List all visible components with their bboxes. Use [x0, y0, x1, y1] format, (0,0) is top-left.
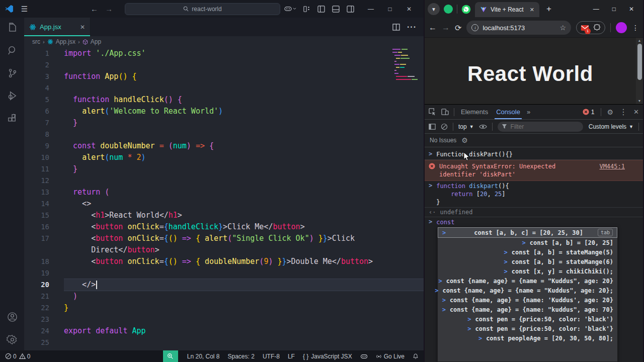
console-settings-gear-icon[interactable]: ⚙: [461, 136, 468, 144]
code-line: 19: [24, 267, 424, 279]
autocomplete-item[interactable]: >const {name, age} = {name = "Kuddus", a…: [438, 276, 617, 286]
console-log[interactable]: >Function diskPart(){}VM445:1Uncaught Sy…: [425, 147, 643, 362]
inspect-element-icon[interactable]: [429, 108, 436, 116]
forward-arrow-icon[interactable]: →: [105, 5, 113, 13]
browser-tab-vite-react[interactable]: Vite + React ✕: [475, 2, 539, 17]
issues-label[interactable]: No Issues: [430, 137, 456, 144]
autocomplete-item[interactable]: >const {name, age} = {name: "kuddus", ag…: [438, 305, 617, 314]
autocomplete-item[interactable]: >const {name, age} = {name: 'Kuddus', ag…: [438, 295, 617, 305]
chrome-menu-kebab-icon[interactable]: ⋮: [632, 24, 639, 32]
devtools-close-icon[interactable]: ✕: [633, 108, 639, 116]
tab-elements[interactable]: Elements: [459, 105, 490, 119]
eol[interactable]: LF: [288, 353, 295, 360]
address-bar[interactable]: i localhost:5173 ☆: [466, 21, 571, 35]
devtools-settings-gear-icon[interactable]: ⚙: [607, 108, 614, 116]
extensions-icon[interactable]: [7, 113, 18, 124]
autocomplete-item[interactable]: >const [a, b] = stateMange(5): [438, 247, 617, 257]
copilot-icon[interactable]: [284, 6, 296, 12]
errors-indicator[interactable]: 0: [5, 353, 17, 360]
more-tabs-icon[interactable]: »: [527, 108, 529, 116]
minimize-icon[interactable]: —: [361, 6, 380, 13]
menu-icon[interactable]: ☰: [18, 5, 31, 14]
tab-close-icon[interactable]: ✕: [80, 24, 85, 31]
tab-appjsx[interactable]: App.jsx ✕: [24, 18, 91, 36]
console-sidebar-icon[interactable]: [429, 123, 436, 130]
page-scrollbar[interactable]: ▲ ▼: [636, 38, 643, 104]
warnings-indicator[interactable]: 0: [19, 353, 31, 360]
breadcrumb-src[interactable]: src: [32, 38, 40, 45]
go-live-button[interactable]: Go Live: [376, 353, 405, 360]
encoding[interactable]: UTF-8: [263, 353, 280, 360]
autocomplete-item[interactable]: >const [a, b] = stateMange(6): [438, 257, 617, 266]
scroll-up-icon[interactable]: ▲: [638, 38, 641, 44]
cursor-position[interactable]: Ln 20, Col 8: [187, 353, 220, 360]
scrollbar-thumb[interactable]: [637, 44, 642, 80]
profile-avatar[interactable]: [616, 22, 627, 33]
new-tab-icon[interactable]: +: [543, 4, 554, 14]
bookmark-star-icon[interactable]: ☆: [559, 24, 566, 32]
pinned-tab-favicon[interactable]: [444, 5, 453, 14]
autocomplete-item[interactable]: >const {name, age} = {name = "Kuddus", a…: [438, 286, 617, 295]
autocomplete-item[interactable]: >const [a, b] = [20, 25]: [438, 238, 617, 247]
context-selector[interactable]: top ▼: [458, 123, 474, 130]
code-line-text: const doubleNumber = (num) => {: [64, 140, 424, 152]
split-editor-icon[interactable]: [392, 24, 400, 31]
console-prompt-icon: >: [429, 150, 432, 158]
autocomplete-item[interactable]: >const [x, y] = chikiChiki();: [438, 266, 617, 276]
whatsapp-pinned-tab-icon[interactable]: [461, 5, 471, 14]
settings-gear-icon[interactable]: [7, 334, 18, 345]
more-actions-icon[interactable]: ···: [407, 23, 417, 32]
back-icon[interactable]: ←: [429, 23, 437, 32]
clear-console-icon[interactable]: [441, 123, 448, 130]
run-debug-icon[interactable]: [7, 90, 18, 102]
url-text[interactable]: localhost:5173: [482, 24, 555, 32]
live-expression-eye-icon[interactable]: [479, 124, 487, 130]
toggle-secondary-sidebar-icon[interactable]: [347, 6, 354, 13]
zoom-status-button[interactable]: [163, 350, 178, 362]
code-line-text: export default App: [64, 325, 424, 337]
reload-icon[interactable]: ⟳: [455, 23, 461, 33]
language-mode[interactable]: { }JavaScript JSX: [303, 353, 352, 360]
site-info-icon[interactable]: i: [471, 24, 478, 31]
maximize-icon[interactable]: □: [380, 6, 399, 13]
console-entries: >Function diskPart(){}VM445:1Uncaught Sy…: [425, 149, 643, 227]
toggle-panel-icon[interactable]: [332, 6, 340, 13]
log-levels-selector[interactable]: Custom levels ▼: [589, 123, 633, 130]
back-arrow-icon[interactable]: ←: [91, 5, 98, 13]
tab-console[interactable]: Console: [495, 105, 522, 119]
tab-close-icon[interactable]: ✕: [530, 7, 534, 13]
close-icon[interactable]: ✕: [629, 6, 634, 13]
breadcrumb[interactable]: src › App.jsx › App: [24, 36, 424, 47]
search-sidebar-icon[interactable]: [7, 45, 18, 56]
breadcrumb-symbol[interactable]: App: [91, 38, 101, 45]
source-control-icon[interactable]: [7, 67, 18, 79]
customize-layout-icon[interactable]: [303, 6, 310, 13]
code-editor[interactable]: 1import './App.css'23function App() {45 …: [24, 47, 424, 350]
breadcrumb-file[interactable]: App.jsx: [56, 38, 75, 45]
autocomplete-item-selected[interactable]: >const [a, b, c] = [20, 25, 30]tab: [438, 227, 617, 238]
indentation[interactable]: Spaces: 2: [228, 353, 255, 360]
console-filter-input[interactable]: [498, 122, 583, 132]
forward-icon[interactable]: →: [442, 23, 450, 32]
scroll-down-icon[interactable]: ▼: [638, 98, 641, 104]
minimap[interactable]: [391, 47, 421, 82]
devtools-kebab-icon[interactable]: ⋮: [619, 107, 627, 117]
error-count-badge[interactable]: 1: [583, 109, 595, 116]
copilot-status-icon[interactable]: [360, 353, 368, 359]
minimize-icon[interactable]: —: [593, 6, 599, 13]
maximize-icon[interactable]: □: [612, 6, 616, 13]
chevron-right-icon: >: [442, 229, 446, 236]
bell-icon[interactable]: [413, 353, 419, 359]
explorer-icon[interactable]: [6, 22, 18, 34]
close-icon[interactable]: ✕: [399, 6, 419, 13]
autocomplete-item[interactable]: >const pen = {price:50, color: 'black'): [438, 314, 617, 324]
extensions-puzzle-icon[interactable]: [593, 24, 601, 32]
error-source-link[interactable]: VM445:1: [599, 162, 625, 170]
command-center-search[interactable]: react-world: [125, 3, 280, 15]
account-icon[interactable]: [7, 311, 18, 323]
toggle-sidebar-icon[interactable]: [317, 6, 325, 13]
tab-search-chevron-icon[interactable]: ▼: [428, 3, 440, 15]
autocomplete-item[interactable]: >const peopleAge = [20, 30, 50, 80];: [438, 333, 617, 343]
device-toolbar-icon[interactable]: [441, 108, 449, 116]
autocomplete-item[interactable]: >const pen = {price:50, color: 'black'}: [438, 324, 617, 333]
